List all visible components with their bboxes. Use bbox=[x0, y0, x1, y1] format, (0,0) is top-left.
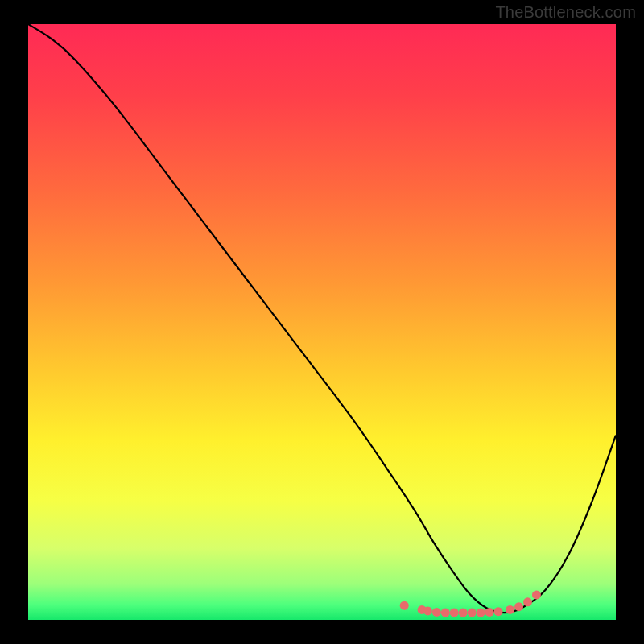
chart-marker bbox=[532, 590, 541, 599]
chart-marker bbox=[523, 597, 532, 606]
chart-marker bbox=[432, 608, 441, 617]
chart-plot-area bbox=[28, 24, 616, 620]
chart-marker bbox=[514, 602, 523, 611]
chart-marker bbox=[423, 606, 432, 615]
chart-marker bbox=[477, 609, 485, 617]
chart-marker bbox=[441, 609, 450, 617]
chart-background bbox=[28, 24, 616, 620]
chart-marker bbox=[450, 609, 459, 617]
chart-marker bbox=[468, 609, 477, 617]
chart-marker bbox=[459, 609, 468, 617]
chart-marker bbox=[485, 608, 494, 617]
chart-marker bbox=[494, 607, 503, 616]
chart-marker bbox=[400, 601, 409, 610]
watermark-text: TheBottleneck.com bbox=[495, 3, 636, 22]
chart-marker bbox=[506, 605, 514, 614]
chart-svg bbox=[28, 24, 616, 620]
